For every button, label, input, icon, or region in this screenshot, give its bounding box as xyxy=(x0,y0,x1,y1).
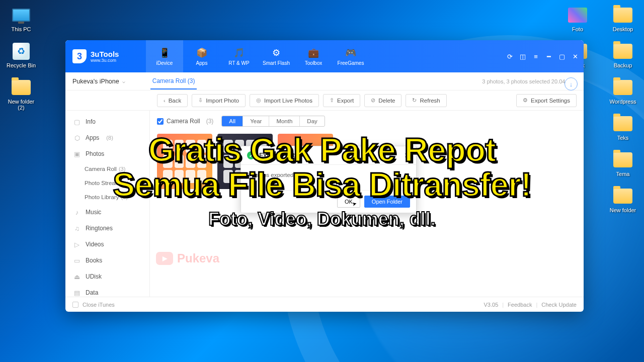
nav-tab-rtwp[interactable]: 🎵RT & WP xyxy=(220,40,258,72)
nav-tab-label: iDevice xyxy=(156,60,173,66)
desktop-icon-desktop[interactable]: Desktop xyxy=(607,5,639,32)
sidebar-item-books[interactable]: ▭Books xyxy=(65,252,149,268)
refresh-button[interactable]: ↻Refresh xyxy=(406,94,446,107)
import-photo-button[interactable]: ⇩Import Photo xyxy=(192,94,246,107)
nav-tab-freegames[interactable]: 🎮FreeGames xyxy=(332,40,369,72)
nav-tab-label: Apps xyxy=(196,60,208,66)
nav-tab-smartflash[interactable]: ⚙Smart Flash xyxy=(258,40,295,72)
dialog-header: ✓ Export Photos ✕ xyxy=(241,146,416,165)
briefcase-icon: 💼 xyxy=(308,47,319,58)
desktop-icon-label: New folder xyxy=(610,207,636,213)
minimize-button[interactable]: ━ xyxy=(543,51,554,62)
import-live-button[interactable]: ◎Import Live Photos xyxy=(250,94,319,107)
nav-tab-toolbox[interactable]: 💼Toolbox xyxy=(295,40,332,72)
import-icon: ⇩ xyxy=(198,97,203,104)
wc-phone-icon[interactable]: ⟳ xyxy=(504,51,515,62)
sidebar-item-label: Info xyxy=(86,118,96,125)
segment-year[interactable]: Year xyxy=(243,116,269,126)
desktop-icon-label: Tema xyxy=(616,171,630,177)
breadcrumb-tab[interactable]: Camera Roll (3) xyxy=(150,73,197,89)
photo-folder-icon xyxy=(568,8,587,23)
btn-label: Export xyxy=(337,98,354,104)
segment-month[interactable]: Month xyxy=(269,116,300,126)
export-settings-button[interactable]: ⚙Export Settings xyxy=(516,94,577,107)
maximize-button[interactable]: ▢ xyxy=(556,51,568,62)
sidebar-item-data[interactable]: ▤Data xyxy=(65,285,149,297)
data-icon: ▤ xyxy=(73,289,80,297)
dialog-close-button[interactable]: ✕ xyxy=(404,151,410,159)
desktop-icon-wordpress[interactable]: Wordpress xyxy=(607,77,639,105)
desktop-icon-backup[interactable]: Backup xyxy=(607,41,639,68)
app-window: 3 3uTools www.3u.com 📱iDevice 📦Apps 🎵RT … xyxy=(65,40,584,312)
desktop-icon-new-folder-2[interactable]: New folder (2) xyxy=(5,77,37,111)
desktop-icon-recycle-bin[interactable]: ♻ Recycle Bin xyxy=(5,41,37,68)
photo-thumbnail[interactable] xyxy=(157,134,212,189)
delete-button[interactable]: ⊘Delete xyxy=(364,94,401,107)
sidebar-count: (0) xyxy=(121,194,127,200)
music-icon: 🎵 xyxy=(233,47,245,58)
device-picker[interactable]: Pukeva's iPhone xyxy=(72,78,125,85)
sidebar-count: (8) xyxy=(106,135,113,141)
sidebar-item-info[interactable]: ▢Info xyxy=(65,114,149,130)
desktop-icon-label: Desktop xyxy=(613,26,633,32)
desktop-icon-this-pc[interactable]: This PC xyxy=(5,5,37,32)
book-icon: ▭ xyxy=(73,257,80,264)
sidebar: ▢Info ⬡Apps(8) ▣Photos Camera Roll(3) Ph… xyxy=(65,111,150,297)
sidebar-item-udisk[interactable]: ⏏UDisk xyxy=(65,268,149,285)
device-name: Pukeva's iPhone xyxy=(72,78,119,85)
btn-label: Delete xyxy=(378,98,395,104)
toolbar: ‹Back ⇩Import Photo ◎Import Live Photos … xyxy=(65,90,584,111)
folder-icon xyxy=(613,80,632,95)
app-header: 3 3uTools www.3u.com 📱iDevice 📦Apps 🎵RT … xyxy=(65,40,584,72)
sidebar-count: (3) xyxy=(119,166,125,172)
desktop-icon-label: Foto xyxy=(572,26,583,32)
content-area: Camera Roll (3) All Year Month Day xyxy=(150,111,584,297)
check-update-link[interactable]: Check Update xyxy=(541,302,577,308)
dialog-title: Export Photos xyxy=(259,152,302,159)
sidebar-sub-photo-stream[interactable]: Photo Stream(0) xyxy=(65,176,149,190)
nav-tab-apps[interactable]: 📦Apps xyxy=(183,40,220,72)
folder-icon xyxy=(613,152,632,167)
sidebar-item-label: Music xyxy=(86,209,101,216)
desktop-icon-teks[interactable]: Teks xyxy=(607,114,639,141)
sidebar-item-ringtones[interactable]: ♫Ringtones xyxy=(65,220,149,236)
music-icon: ♪ xyxy=(73,209,80,216)
btn-label: Refresh xyxy=(420,98,440,104)
sidebar-item-apps[interactable]: ⬡Apps(8) xyxy=(65,130,149,146)
sidebar-sub-photo-library[interactable]: Photo Library(0) xyxy=(65,190,149,204)
desktop-icon-label: New folder (2) xyxy=(5,99,37,111)
sidebar-item-music[interactable]: ♪Music xyxy=(65,204,149,220)
checkbox-input[interactable] xyxy=(157,118,164,125)
nav-tab-label: RT & WP xyxy=(228,60,249,66)
desktop-icon-new-folder[interactable]: New folder xyxy=(607,186,639,213)
sidebar-sub-camera-roll[interactable]: Camera Roll(3) xyxy=(65,162,149,176)
window-controls: ⟳ ◫ ≡ ━ ▢ ✕ xyxy=(504,40,584,72)
sidebar-item-videos[interactable]: ▷Videos xyxy=(65,236,149,252)
dialog-open-folder-button[interactable]: Open Folder xyxy=(364,196,410,208)
close-itunes-label: Close iTunes xyxy=(83,302,115,308)
segment-day[interactable]: Day xyxy=(300,116,324,126)
desktop-icon-label: Backup xyxy=(614,62,632,68)
desktop-icon-foto[interactable]: Foto xyxy=(561,5,594,32)
folder-icon xyxy=(613,189,632,204)
back-button[interactable]: ‹Back xyxy=(157,94,188,107)
nav-tab-idevice[interactable]: 📱iDevice xyxy=(146,40,183,72)
feedback-link[interactable]: Feedback xyxy=(508,302,532,308)
sidebar-item-photos[interactable]: ▣Photos xyxy=(65,146,149,162)
phone-icon: 📱 xyxy=(159,47,170,58)
gear-icon: ⚙ xyxy=(523,97,528,104)
camera-roll-checkbox[interactable]: Camera Roll (3) xyxy=(157,118,213,125)
desktop-icon-tema[interactable]: Tema xyxy=(607,150,639,177)
close-itunes-checkbox[interactable] xyxy=(72,302,78,308)
gear-icon: ⚙ xyxy=(272,47,280,58)
wc-layout-icon[interactable]: ◫ xyxy=(517,51,528,62)
export-button[interactable]: ⇧Export xyxy=(323,94,360,107)
wc-menu-icon[interactable]: ≡ xyxy=(530,51,541,62)
video-icon: ▷ xyxy=(73,241,80,248)
app-body: ▢Info ⬡Apps(8) ▣Photos Camera Roll(3) Ph… xyxy=(65,111,584,297)
download-button[interactable]: ↓ xyxy=(565,77,578,90)
btn-label: Export Settings xyxy=(531,98,570,104)
export-icon: ⇧ xyxy=(330,97,334,104)
close-button[interactable]: ✕ xyxy=(570,51,581,62)
segment-all[interactable]: All xyxy=(222,116,243,126)
